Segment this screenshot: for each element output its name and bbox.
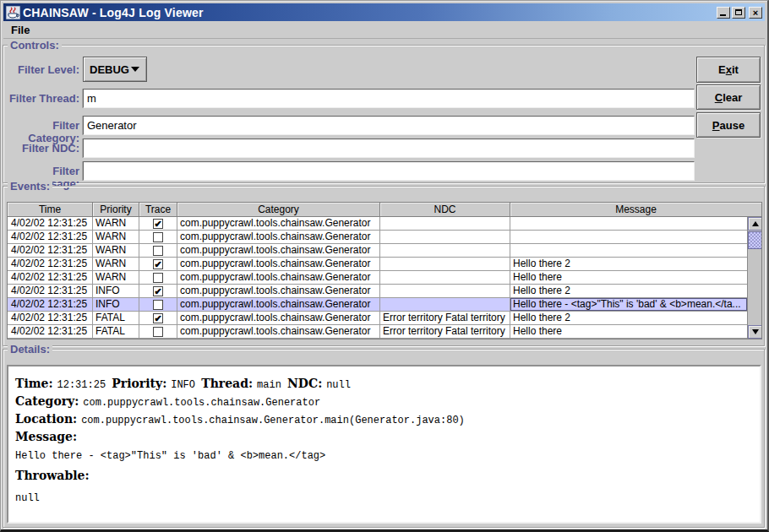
- cell-time: 4/02/02 12:31:25: [8, 298, 93, 312]
- cell-ndc: Error territory Fatal territory: [380, 325, 510, 339]
- trace-checkbox[interactable]: [153, 300, 163, 310]
- table-row[interactable]: 4/02/02 12:31:25 INFO ✔ com.puppycrawl.t…: [8, 285, 747, 298]
- pause-button[interactable]: Pause: [696, 112, 761, 138]
- details-line: Hello there - <tag>"This" is 'bad' & <b>…: [15, 445, 753, 463]
- cell-trace: ✔: [139, 285, 177, 298]
- trace-checkbox[interactable]: ✔: [153, 313, 163, 323]
- exit-button[interactable]: Exit: [696, 57, 761, 83]
- cell-category: com.puppycrawl.tools.chainsaw.Generator: [177, 325, 380, 339]
- cell-priority: WARN: [93, 231, 139, 244]
- column-header-category[interactable]: Category: [177, 203, 380, 217]
- events-table-body: 4/02/02 12:31:25 WARN ✔ com.puppycrawl.t…: [8, 217, 747, 339]
- details-line: null: [15, 487, 753, 505]
- filter-category-input[interactable]: [83, 116, 695, 135]
- cell-message: Hello there: [510, 325, 747, 339]
- minimize-button[interactable]: [717, 7, 730, 19]
- cell-time: 4/02/02 12:31:25: [8, 285, 93, 298]
- menu-bar: File: [3, 21, 765, 39]
- cell-message: [510, 244, 747, 258]
- cell-ndc: [380, 298, 510, 312]
- events-group-title: Events:: [8, 180, 52, 193]
- arrow-down-icon: [752, 329, 759, 334]
- cell-priority: FATAL: [93, 312, 139, 325]
- table-row[interactable]: 4/02/02 12:31:25 WARN com.puppycrawl.too…: [8, 231, 747, 244]
- cell-time: 4/02/02 12:31:25: [8, 217, 93, 231]
- filter-ndc-label: Filter NDC:: [3, 142, 79, 155]
- cell-category: com.puppycrawl.tools.chainsaw.Generator: [177, 217, 380, 231]
- column-header-trace[interactable]: Trace: [139, 203, 177, 217]
- events-group: Events: Time Priority Trace Category NDC…: [3, 186, 765, 346]
- maximize-icon: [735, 9, 742, 15]
- cell-ndc: [380, 244, 510, 258]
- cell-time: 4/02/02 12:31:25: [8, 231, 93, 244]
- table-row[interactable]: 4/02/02 12:31:25 WARN ✔ com.puppycrawl.t…: [8, 258, 747, 271]
- filter-level-label: Filter Level:: [3, 63, 79, 76]
- trace-checkbox[interactable]: ✔: [153, 219, 163, 229]
- details-group: Details: Time: 12:31:25 Priority: INFO T…: [3, 349, 765, 528]
- cell-category: com.puppycrawl.tools.chainsaw.Generator: [177, 244, 380, 258]
- filter-thread-input[interactable]: [83, 89, 695, 108]
- table-row[interactable]: 4/02/02 12:31:25 WARN ✔ com.puppycrawl.t…: [8, 217, 747, 231]
- filter-level-combo[interactable]: DEBUG: [83, 57, 147, 82]
- title-bar[interactable]: CHAINSAW - Log4J Log Viewer ×: [3, 3, 765, 21]
- cell-priority: WARN: [93, 271, 139, 285]
- table-row[interactable]: 4/02/02 12:31:25 FATAL ✔ com.puppycrawl.…: [8, 312, 747, 325]
- cell-trace: [139, 231, 177, 244]
- trace-checkbox[interactable]: ✔: [153, 286, 163, 296]
- arrow-up-icon: [752, 221, 759, 226]
- cell-category: com.puppycrawl.tools.chainsaw.Generator: [177, 312, 380, 325]
- cell-time: 4/02/02 12:31:25: [8, 312, 93, 325]
- cell-category: com.puppycrawl.tools.chainsaw.Generator: [177, 258, 380, 271]
- trace-checkbox[interactable]: [153, 232, 163, 242]
- cell-category: com.puppycrawl.tools.chainsaw.Generator: [177, 231, 380, 244]
- app-icon: [6, 6, 20, 19]
- cell-priority: WARN: [93, 258, 139, 271]
- cell-message: [510, 217, 747, 231]
- close-button[interactable]: ×: [749, 7, 762, 19]
- scroll-down-button[interactable]: [748, 325, 762, 339]
- cell-category: com.puppycrawl.tools.chainsaw.Generator: [177, 285, 380, 298]
- scroll-up-button[interactable]: [748, 217, 762, 231]
- controls-group-title: Controls:: [8, 39, 62, 52]
- menu-file[interactable]: File: [3, 22, 37, 38]
- column-header-ndc[interactable]: NDC: [380, 203, 510, 217]
- minimize-icon: [720, 14, 726, 16]
- cell-trace: [139, 244, 177, 258]
- details-pane: Time: 12:31:25 Priority: INFO Thread: ma…: [7, 365, 761, 524]
- vertical-scrollbar[interactable]: [747, 217, 761, 339]
- cell-time: 4/02/02 12:31:25: [8, 325, 93, 339]
- clear-button[interactable]: Clear: [696, 84, 761, 110]
- cell-time: 4/02/02 12:31:25: [8, 271, 93, 285]
- maximize-button[interactable]: [732, 7, 745, 19]
- table-row[interactable]: 4/02/02 12:31:25 INFO com.puppycrawl.too…: [8, 298, 747, 312]
- column-header-time[interactable]: Time: [8, 203, 93, 217]
- cell-trace: ✔: [139, 258, 177, 271]
- cell-ndc: [380, 231, 510, 244]
- controls-group: Controls: Filter Level: DEBUG Filter Thr…: [3, 45, 765, 183]
- cell-ndc: [380, 217, 510, 231]
- cell-ndc: [380, 285, 510, 298]
- table-row[interactable]: 4/02/02 12:31:25 WARN com.puppycrawl.too…: [8, 244, 747, 258]
- trace-checkbox[interactable]: [153, 327, 163, 337]
- filter-ndc-input[interactable]: [83, 138, 695, 158]
- trace-checkbox[interactable]: [153, 246, 163, 256]
- cell-ndc: [380, 271, 510, 285]
- column-header-priority[interactable]: Priority: [93, 203, 139, 217]
- cell-message: [510, 231, 747, 244]
- column-header-message[interactable]: Message: [510, 203, 761, 217]
- filter-message-input[interactable]: [83, 161, 695, 181]
- cell-time: 4/02/02 12:31:25: [8, 258, 93, 271]
- cell-ndc: Error territory Fatal territory: [380, 312, 510, 325]
- scrollbar-thumb[interactable]: [748, 231, 762, 249]
- trace-checkbox[interactable]: [153, 273, 163, 283]
- table-row[interactable]: 4/02/02 12:31:25 FATAL com.puppycrawl.to…: [8, 325, 747, 339]
- cell-message: Hello there: [510, 271, 747, 285]
- filter-level-value: DEBUG: [90, 63, 129, 76]
- table-row[interactable]: 4/02/02 12:31:25 WARN com.puppycrawl.too…: [8, 271, 747, 285]
- filter-thread-label: Filter Thread:: [3, 92, 79, 105]
- details-group-title: Details:: [8, 343, 52, 356]
- trace-checkbox[interactable]: ✔: [153, 259, 163, 269]
- cell-priority: FATAL: [93, 325, 139, 339]
- app-window: CHAINSAW - Log4J Log Viewer × File Contr…: [0, 0, 769, 532]
- cell-message: Hello there - <tag>"This" is 'bad' & <b>…: [510, 298, 747, 312]
